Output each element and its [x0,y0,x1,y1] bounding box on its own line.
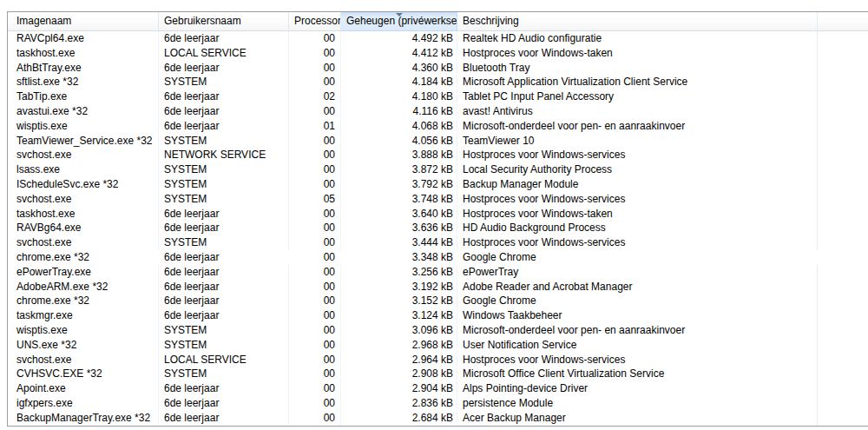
table-row[interactable]: chrome.exe *32 6de leerjaar 00 3.152 kB … [8,294,868,308]
cell-processor: 00 [289,177,341,192]
table-row[interactable]: BackupManagerTray.exe *32 6de leerjaar 0… [8,411,868,426]
cell-beschrijving: Hostproces voor Windows-services [457,148,818,162]
table-row[interactable]: lsass.exe SYSTEM 00 3.872 kB Local Secur… [8,162,868,177]
cell-imagenaam: ePowerTray.exe [8,265,159,280]
cell-gebruikersnaam: SYSTEM [159,134,289,149]
cell-gebruikersnaam: 6de leerjaar [159,265,289,280]
cell-filler [818,207,868,222]
cell-processor: 05 [289,192,341,207]
table-row[interactable]: svchost.exe NETWORK SERVICE 00 3.888 kB … [8,148,868,162]
cell-imagenaam: avastui.exe *32 [8,104,159,119]
table-row[interactable]: UNS.exe *32 SYSTEM 00 2.968 kB User Noti… [8,338,868,353]
column-header-gebruikersnaam[interactable]: Gebruikersnaam [159,12,289,31]
cell-gebruikersnaam: 6de leerjaar [159,104,289,119]
cell-beschrijving: Hostproces voor Windows-services [457,235,818,250]
cell-imagenaam: TeamViewer_Service.exe *32 [8,134,159,149]
column-header-beschrijving[interactable]: Beschrijving [457,12,818,31]
column-header-geheugen[interactable]: Geheugen (privéwerkset) [341,12,457,31]
cell-imagenaam: chrome.exe *32 [8,294,159,308]
table-row[interactable]: RAVBg64.exe 6de leerjaar 00 3.636 kB HD … [8,221,868,235]
cell-geheugen: 2.836 kB [341,396,457,411]
table-row[interactable]: wisptis.exe SYSTEM 00 3.096 kB Microsoft… [8,323,868,338]
table-row[interactable]: avastui.exe *32 6de leerjaar 00 4.116 kB… [8,104,868,119]
cell-imagenaam: RAVBg64.exe [8,221,159,235]
cell-beschrijving: Microsoft Application Virtualization Cli… [457,75,818,89]
table-row[interactable]: taskhost.exe 6de leerjaar 00 3.640 kB Ho… [8,207,868,222]
cell-beschrijving: Acer Backup Manager [457,411,818,426]
cell-filler [818,61,868,76]
cell-filler [818,250,868,265]
table-row[interactable]: taskmgr.exe 6de leerjaar 00 3.124 kB Win… [8,308,868,323]
cell-imagenaam: taskhost.exe [8,46,159,61]
table-row[interactable]: ePowerTray.exe 6de leerjaar 00 3.256 kB … [8,265,868,280]
cell-geheugen: 2.968 kB [341,338,457,353]
cell-beschrijving: Microsoft-onderdeel voor pen- en aanraak… [457,323,818,338]
table-row[interactable]: igfxpers.exe 6de leerjaar 00 2.836 kB pe… [8,396,868,411]
cell-imagenaam: wisptis.exe [8,323,159,338]
table-row[interactable]: svchost.exe SYSTEM 05 3.748 kB Hostproce… [8,192,868,207]
table-row[interactable]: AdobeARM.exe *32 6de leerjaar 00 3.192 k… [8,280,868,294]
cell-gebruikersnaam: NETWORK SERVICE [159,148,289,162]
cell-geheugen: 2.964 kB [341,353,457,367]
cell-geheugen: 4.116 kB [341,104,457,119]
cell-gebruikersnaam: SYSTEM [159,177,289,192]
cell-filler [818,119,868,134]
cell-geheugen: 3.640 kB [341,207,457,222]
cell-processor: 00 [289,46,341,61]
cell-geheugen: 3.256 kB [341,265,457,280]
cell-processor: 02 [289,89,341,104]
cell-geheugen: 3.792 kB [341,177,457,192]
cell-processor: 00 [289,381,341,396]
cell-filler [818,192,868,207]
cell-beschrijving: User Notification Service [457,338,818,353]
table-row[interactable]: TeamViewer_Service.exe *32 SYSTEM 00 4.0… [8,134,868,149]
cell-imagenaam: svchost.exe [8,148,159,162]
cell-beschrijving: avast! Antivirus [457,104,818,119]
cell-gebruikersnaam: SYSTEM [159,235,289,250]
table-row[interactable]: sftlist.exe *32 SYSTEM 00 4.184 kB Micro… [8,75,868,89]
cell-beschrijving: ePowerTray [457,265,818,280]
column-header-processor[interactable]: Processor [289,12,341,31]
cell-processor: 00 [289,250,341,265]
cell-processor: 00 [289,280,341,294]
cell-gebruikersnaam: 6de leerjaar [159,221,289,235]
table-row[interactable]: RAVCpl64.exe 6de leerjaar 00 4.492 kB Re… [8,31,868,46]
cell-beschrijving: Hostproces voor Windows-taken [457,46,818,61]
cell-gebruikersnaam: SYSTEM [159,162,289,177]
table-body: RAVCpl64.exe 6de leerjaar 00 4.492 kB Re… [8,31,868,426]
cell-imagenaam: IScheduleSvc.exe *32 [8,177,159,192]
cell-filler [818,338,868,353]
table-header: Imagenaam Gebruikersnaam Processor Geheu… [8,12,868,31]
cell-gebruikersnaam: 6de leerjaar [159,280,289,294]
cell-geheugen: 2.908 kB [341,367,457,381]
cell-filler [818,104,868,119]
cell-filler [818,75,868,89]
cell-geheugen: 4.184 kB [341,75,457,89]
cell-filler [818,265,868,280]
table-row[interactable]: Apoint.exe 6de leerjaar 00 2.904 kB Alps… [8,381,868,396]
cell-beschrijving: Alps Pointing-device Driver [457,381,818,396]
table-row[interactable]: CVHSVC.EXE *32 SYSTEM 00 2.908 kB Micros… [8,367,868,381]
cell-filler [818,353,868,367]
cell-beschrijving: Local Security Authority Process [457,162,818,177]
cell-beschrijving: Microsoft Office Client Virtualization S… [457,367,818,381]
cell-gebruikersnaam: 6de leerjaar [159,207,289,222]
table-row[interactable]: svchost.exe SYSTEM 00 3.444 kB Hostproce… [8,235,868,250]
table-row[interactable]: TabTip.exe 6de leerjaar 02 4.180 kB Tabl… [8,89,868,104]
cell-geheugen: 3.748 kB [341,192,457,207]
table-row[interactable]: taskhost.exe LOCAL SERVICE 00 4.412 kB H… [8,46,868,61]
cell-filler [818,294,868,308]
cell-geheugen: 4.056 kB [341,134,457,149]
column-header-imagenaam[interactable]: Imagenaam [8,12,159,31]
cell-beschrijving: Google Chrome [457,294,818,308]
cell-processor: 00 [289,338,341,353]
table-row[interactable]: wisptis.exe 6de leerjaar 01 4.068 kB Mic… [8,119,868,134]
table-row[interactable]: AthBtTray.exe 6de leerjaar 00 4.360 kB B… [8,61,868,76]
table-row[interactable]: chrome.exe *32 6de leerjaar 00 3.348 kB … [8,250,868,265]
cell-imagenaam: TabTip.exe [8,89,159,104]
cell-geheugen: 4.360 kB [341,61,457,76]
cell-gebruikersnaam: 6de leerjaar [159,294,289,308]
table-row[interactable]: IScheduleSvc.exe *32 SYSTEM 00 3.792 kB … [8,177,868,192]
table-row[interactable]: svchost.exe LOCAL SERVICE 00 2.964 kB Ho… [8,353,868,367]
cell-gebruikersnaam: SYSTEM [159,338,289,353]
